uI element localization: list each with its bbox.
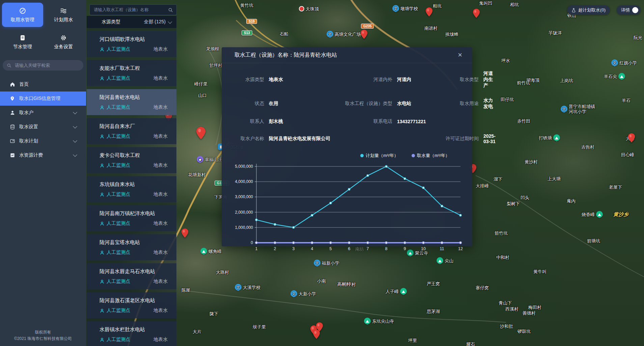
station-list-panel: 水源类型 全部 (125) 河口镇唱歌潭水电站人工监测点地表水友能水厂取水工程人… [87,0,176,346]
station-list-item[interactable]: 陆河县自来水厂人工监测点地表水 [87,118,176,144]
app-card-3[interactable]: 业务设置 [43,30,84,54]
search-icon[interactable] [168,7,173,12]
station-list-item[interactable]: 陆河县水唇走马石水电站人工监测点地表水 [87,263,176,289]
x-tick-label: 1 [255,246,258,251]
station-list-item[interactable]: 陆河县激石溪老区水电站人工监测点地表水 [87,292,176,318]
x-tick-label: 5 [330,246,332,251]
x-tick-label: 8 [385,246,388,251]
station-name: 陆河县宝塔水电站 [100,239,168,246]
field-value: 地表水 [264,77,319,83]
detail-grid: 水源类型地表水河道内外河道内取水类型河道内生产状态在用取水工程（设施）类型水电站… [222,63,472,144]
series-plan-point [385,165,387,167]
station-list-item[interactable]: 陆河县南万镇杞洋水电站人工监测点地表水 [87,205,176,231]
school-marker-icon[interactable]: 文 [327,31,333,37]
mountain-marker-icon[interactable] [596,211,603,218]
x-tick-label: 11 [440,246,444,251]
water-source: 地表水 [153,337,168,343]
mountain-marker-icon[interactable] [553,134,560,141]
school-marker-icon[interactable]: 文 [611,59,618,66]
home-icon [9,82,15,87]
close-icon[interactable]: × [458,51,462,59]
school-marker-icon[interactable]: 文 [235,284,242,291]
sidebar-search-input[interactable] [14,62,79,68]
sidebar-item-1[interactable]: 取水口GIS信息管理 [0,91,86,106]
y-tick-label: 5,000,000 [235,164,253,169]
station-search-input[interactable] [93,7,168,12]
map-label: 黄竹坑 [240,3,253,8]
red-map-pin[interactable] [473,9,480,18]
red-map-pin[interactable] [313,330,320,339]
chevron-down-icon [73,110,77,114]
field-value: 河道内生产 [479,71,496,89]
station-list-item[interactable]: 东坑镇自来水站人工监测点地表水 [87,176,176,202]
person-icon [100,47,105,52]
field-label: 取水户名称 [230,136,264,142]
app-card-0[interactable]: 取用水管理 [2,3,43,27]
map-label: 耀石 [466,342,475,346]
sidebar-item-5[interactable]: 水资源计费 [0,148,86,162]
station-search[interactable] [89,4,177,15]
mountain-marker-icon[interactable] [200,248,207,255]
sidebar-item-3[interactable]: 取水设置 [0,120,86,134]
temple-marker-icon[interactable] [364,318,371,324]
map-label: 上大塘 [548,176,561,181]
station-name: 陆河县水唇走马石水电站 [100,268,168,275]
map-label: 善德村 [523,311,536,316]
red-map-pin[interactable] [181,229,188,238]
scenic-marker-icon[interactable] [299,6,304,11]
detail-toggle[interactable]: 详情 [617,5,641,15]
water-source: 地表水 [153,162,168,168]
red-map-pin[interactable] [196,127,205,139]
station-list-item[interactable]: 麦卡公司取水工程人工监测点地表水 [87,147,176,173]
school-marker-icon[interactable]: 文 [290,290,297,297]
app-card-2[interactable]: 节水管理 [2,30,43,54]
mountain-marker-icon[interactable] [618,73,625,80]
red-map-pin[interactable] [628,133,635,142]
school-marker-icon[interactable]: 文 [392,5,399,12]
y-tick-label: 0 [251,240,253,245]
road-shield: G235 [361,24,374,29]
series-intake-point [311,242,313,244]
x-tick-label: 9 [404,246,406,251]
station-list-item[interactable]: 河口镇唱歌潭水电站人工监测点地表水 [87,31,176,57]
waves-icon [60,7,67,15]
sidebar-item-4[interactable]: 取水计划 [0,134,86,148]
school-marker-icon[interactable]: 文 [561,106,567,112]
station-list-item[interactable]: 友能水厂取水工程人工监测点地表水 [87,60,176,86]
toggle-knob[interactable] [632,7,638,13]
filter-dropdown[interactable]: 全部 (125) [144,19,171,25]
road-shield: S19 [246,19,257,24]
mountain-marker-icon[interactable] [437,257,443,264]
map-label: 黄牛叫 [533,269,547,274]
person-icon [100,134,105,139]
sidebar-item-0[interactable]: 首页 [0,77,86,91]
mountain-marker-icon[interactable] [400,288,407,295]
map-label: 挨垅蜂 [445,32,458,37]
field-label: 水源类型 [230,77,264,83]
person-icon [100,279,105,284]
map-label: 尖山 [437,257,453,264]
station-name: 陆河县自来水厂 [100,123,168,130]
app-card-1[interactable]: 计划用水 [43,3,84,27]
water-source: 地表水 [153,133,168,139]
chevron-down-icon [73,124,77,129]
field-value: 水电站 [392,101,439,107]
red-map-pin[interactable] [361,30,367,39]
series-plan-point [292,227,295,229]
school-marker-icon[interactable]: 文 [314,260,320,266]
map-label: 粗坑 [433,3,442,8]
station-list-item[interactable]: 陆河县宝塔水电站人工监测点地表水 [87,234,176,260]
station-list-item[interactable]: 水唇镇水栏肚水电站人工监测点地表水 [87,321,176,346]
x-tick-label: 6 [348,246,351,251]
map-label: 山口 [198,93,207,98]
person-icon [100,105,105,110]
sidebar-search[interactable] [3,60,83,71]
x-tick-label: 7 [367,246,369,251]
sidebar-item-2[interactable]: 取水户 [0,106,86,120]
resort-marker-icon[interactable]: ◆ [197,156,203,163]
water-source: 地表水 [153,46,168,52]
red-map-pin[interactable] [426,7,432,17]
over-plan-button[interactable]: 超计划取水(0) [567,5,610,15]
series-plan-point [330,202,332,204]
station-list-item[interactable]: 陆河县青砼水电站人工监测点地表水 [87,89,176,115]
